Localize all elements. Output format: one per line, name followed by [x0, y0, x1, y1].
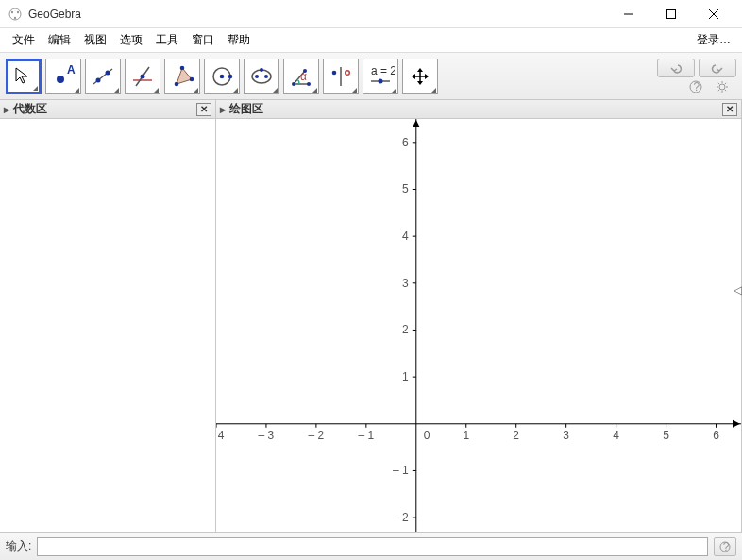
- input-field[interactable]: [37, 537, 708, 556]
- collapse-icon: ▸: [4, 103, 9, 116]
- input-help-icon[interactable]: ?: [714, 537, 736, 556]
- svg-text:1: 1: [463, 429, 469, 442]
- minimize-button[interactable]: [607, 0, 649, 28]
- svg-line-10: [93, 69, 112, 84]
- toolbar: A α a = 2 ?: [0, 53, 742, 100]
- algebra-panel: ▸ 代数区 ✕: [0, 100, 216, 532]
- svg-point-22: [228, 74, 233, 78]
- svg-point-33: [346, 70, 350, 75]
- side-expand-icon[interactable]: ◁: [734, 283, 742, 297]
- svg-text:– 1: – 1: [393, 464, 409, 477]
- svg-line-46: [718, 83, 719, 84]
- svg-point-2: [17, 10, 19, 12]
- collapse-icon: ▸: [220, 103, 226, 116]
- svg-line-47: [725, 90, 726, 91]
- svg-line-49: [725, 83, 726, 84]
- svg-text:– 2: – 2: [309, 429, 325, 442]
- app-icon: [8, 7, 23, 22]
- tool-circle[interactable]: [204, 59, 240, 94]
- tool-ellipse[interactable]: [244, 59, 279, 94]
- svg-rect-5: [666, 9, 675, 18]
- tool-point[interactable]: A: [45, 59, 81, 94]
- svg-point-17: [180, 65, 185, 70]
- svg-point-3: [14, 16, 16, 18]
- graphics-close-icon[interactable]: ✕: [722, 103, 737, 116]
- svg-text:1: 1: [402, 370, 409, 383]
- svg-point-24: [255, 75, 259, 78]
- tool-angle[interactable]: α: [283, 59, 319, 94]
- svg-text:0: 0: [424, 429, 430, 442]
- svg-text:– 4: – 4: [216, 429, 225, 442]
- svg-point-15: [141, 74, 145, 78]
- menu-help[interactable]: 帮助: [221, 29, 257, 51]
- graphics-header[interactable]: ▸ 绘图区 ✕: [216, 100, 741, 119]
- svg-text:– 1: – 1: [359, 429, 375, 442]
- menu-edit[interactable]: 编辑: [42, 29, 77, 51]
- input-label: 输入:: [6, 538, 31, 554]
- tool-move[interactable]: [6, 59, 42, 94]
- svg-point-18: [190, 76, 194, 81]
- tool-slider[interactable]: a = 2: [363, 59, 398, 94]
- titlebar: GeoGebra: [0, 0, 742, 28]
- menu-view[interactable]: 视图: [77, 29, 113, 51]
- svg-text:A: A: [67, 63, 76, 76]
- algebra-title: 代数区: [13, 101, 47, 117]
- svg-text:?: ?: [723, 541, 730, 552]
- coordinate-axes: – 4– 3– 2– 1123456– 2– 11234560: [216, 119, 741, 532]
- tool-move-view[interactable]: [402, 59, 438, 94]
- svg-point-26: [260, 68, 263, 72]
- tool-perpendicular[interactable]: [125, 59, 160, 94]
- svg-text:6: 6: [402, 136, 409, 149]
- close-button[interactable]: [692, 0, 734, 28]
- tool-polygon[interactable]: [164, 59, 200, 94]
- svg-text:5: 5: [663, 429, 669, 442]
- menu-file[interactable]: 文件: [6, 29, 42, 51]
- svg-point-8: [57, 76, 64, 83]
- workspace: ▸ 代数区 ✕ ▸ 绘图区 ✕ – 4– 3– 2– 1123456– 2– 1…: [0, 100, 742, 532]
- svg-point-21: [220, 74, 225, 78]
- svg-point-25: [264, 75, 268, 78]
- algebra-body[interactable]: [0, 119, 215, 532]
- undo-button[interactable]: [657, 59, 695, 77]
- settings-icon[interactable]: [716, 80, 729, 93]
- algebra-close-icon[interactable]: ✕: [196, 103, 211, 116]
- svg-point-11: [96, 77, 101, 82]
- svg-text:– 3: – 3: [259, 429, 275, 442]
- tool-line[interactable]: [85, 59, 121, 94]
- svg-text:3: 3: [402, 277, 409, 290]
- svg-point-36: [379, 78, 383, 83]
- svg-point-28: [307, 82, 311, 86]
- tool-reflection[interactable]: [323, 59, 359, 94]
- graphics-canvas[interactable]: – 4– 3– 2– 1123456– 2– 11234560: [216, 119, 741, 532]
- menu-tools[interactable]: 工具: [149, 29, 185, 51]
- svg-line-48: [718, 90, 719, 91]
- window-controls: [607, 0, 734, 28]
- svg-text:?: ?: [694, 80, 700, 93]
- redo-button[interactable]: [699, 59, 736, 77]
- menu-options[interactable]: 选项: [113, 29, 149, 51]
- svg-text:4: 4: [402, 229, 409, 243]
- svg-point-32: [332, 70, 337, 75]
- svg-text:3: 3: [563, 429, 569, 442]
- svg-text:4: 4: [613, 429, 619, 442]
- svg-point-12: [106, 70, 110, 75]
- svg-point-27: [292, 82, 295, 86]
- menubar: 文件 编辑 视图 选项 工具 窗口 帮助 登录…: [0, 28, 742, 53]
- menu-window[interactable]: 窗口: [185, 29, 221, 51]
- svg-text:2: 2: [402, 323, 409, 336]
- maximize-button[interactable]: [649, 0, 692, 28]
- svg-point-19: [175, 81, 179, 86]
- svg-text:6: 6: [713, 429, 719, 442]
- algebra-header[interactable]: ▸ 代数区 ✕: [0, 100, 215, 119]
- svg-marker-16: [177, 68, 192, 84]
- svg-text:5: 5: [402, 182, 409, 195]
- svg-text:α: α: [300, 70, 307, 83]
- login-link[interactable]: 登录…: [691, 29, 736, 51]
- svg-text:2: 2: [513, 429, 519, 442]
- help-icon[interactable]: ?: [689, 80, 702, 93]
- svg-text:a = 2: a = 2: [371, 64, 395, 77]
- svg-text:– 2: – 2: [393, 511, 409, 524]
- svg-point-1: [11, 10, 13, 12]
- graphics-panel: ▸ 绘图区 ✕ – 4– 3– 2– 1123456– 2– 11234560: [216, 100, 742, 532]
- window-title: GeoGebra: [28, 8, 607, 21]
